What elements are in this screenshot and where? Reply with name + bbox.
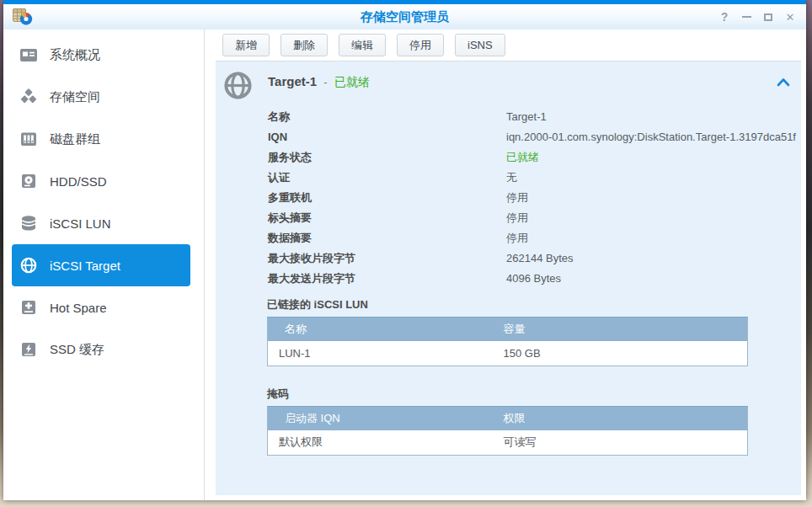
database-icon: [19, 214, 39, 232]
sidebar-item-label: iSCSI LUN: [50, 216, 111, 231]
collapse-chevron-up-icon[interactable]: [777, 75, 790, 90]
detail-label: 认证: [268, 168, 506, 188]
cubes-icon: [19, 88, 39, 106]
window-controls: ? ✕: [717, 4, 798, 29]
sidebar-item-hot-spare[interactable]: Hot Spare: [12, 286, 190, 328]
detail-row-service-status: 服务状态 已就绪: [268, 147, 801, 168]
disk-group-icon: [19, 130, 39, 148]
table-header-row: 名称 容量: [268, 318, 748, 341]
maximize-icon[interactable]: [761, 9, 776, 24]
sidebar-item-ssd-cache[interactable]: SSD 缓存: [12, 328, 190, 371]
detail-row-name: 名称 Target-1: [268, 107, 801, 127]
permission-cell: 可读写: [499, 430, 748, 456]
detail-value: 无: [506, 168, 801, 188]
target-details: 名称 Target-1 IQN iqn.2000-01.com.synology…: [268, 107, 801, 289]
detail-row-max-send-segment: 最大发送片段字节 4096 Bytes: [268, 269, 801, 289]
sidebar-item-label: 存储空间: [50, 89, 100, 105]
detail-label: 最大发送片段字节: [268, 269, 506, 289]
sidebar-item-hdd-ssd[interactable]: HDD/SSD: [12, 160, 190, 202]
initiator-iqn-column-header: 启动器 IQN: [268, 407, 499, 430]
table-row[interactable]: LUN-1 150 GB: [268, 341, 748, 366]
detail-label: IQN: [268, 127, 506, 147]
titlebar[interactable]: 存储空间管理员 ? ✕: [3, 4, 806, 29]
create-button[interactable]: 新增: [222, 34, 270, 56]
detail-row-auth: 认证 无: [268, 168, 801, 188]
main-content: 新增 删除 编辑 停用 iSNS: [205, 29, 806, 500]
minimize-icon[interactable]: [739, 9, 754, 24]
toolbar: 新增 删除 编辑 停用 iSNS: [205, 29, 806, 61]
sidebar-item-label: HDD/SSD: [50, 174, 107, 189]
help-icon[interactable]: ?: [717, 9, 732, 24]
target-name: Target-1: [268, 74, 317, 88]
sidebar-item-disk-group[interactable]: 磁盘群组: [12, 118, 190, 160]
hot-spare-plus-icon: [19, 298, 39, 317]
detail-row-data-digest: 数据摘要 停用: [268, 228, 801, 248]
sidebar-item-iscsi-target[interactable]: iSCSI Target: [12, 244, 190, 286]
detail-label: 数据摘要: [268, 228, 506, 248]
detail-value: 停用: [506, 228, 801, 248]
sidebar: 系统概况 存储空间: [3, 29, 205, 500]
target-globe-icon: [222, 70, 254, 101]
sidebar-item-label: 系统概况: [50, 47, 100, 63]
detail-value: Target-1: [506, 107, 801, 127]
detail-row-iqn: IQN iqn.2000-01.com.synology:DiskStation…: [268, 127, 801, 147]
detail-label: 多重联机: [268, 188, 506, 208]
detail-value: 已就绪: [506, 147, 801, 168]
lun-capacity-column-header: 容量: [499, 318, 748, 341]
detail-label: 标头摘要: [268, 208, 506, 228]
lun-capacity-cell: 150 GB: [499, 341, 748, 366]
disable-button[interactable]: 停用: [397, 34, 444, 56]
initiator-iqn-cell: 默认权限: [268, 430, 499, 456]
detail-row-header-digest: 标头摘要 停用: [268, 208, 801, 228]
sidebar-item-label: iSCSI Target: [50, 259, 120, 273]
overview-card-icon: [19, 45, 39, 64]
detail-value: 停用: [506, 208, 801, 228]
close-icon[interactable]: ✕: [783, 9, 798, 24]
ssd-cache-lightning-icon: [19, 340, 39, 359]
globe-icon: [19, 256, 39, 275]
sidebar-item-iscsi-lun[interactable]: iSCSI LUN: [12, 202, 190, 244]
detail-value: 停用: [506, 188, 801, 208]
sidebar-item-label: SSD 缓存: [50, 342, 104, 358]
hdd-icon: [19, 172, 39, 190]
target-status-badge: 已就绪: [334, 75, 370, 88]
sidebar-item-system-overview[interactable]: 系统概况: [12, 34, 190, 76]
isns-button[interactable]: iSNS: [455, 34, 505, 56]
target-dash: -: [323, 76, 327, 88]
table-row[interactable]: 默认权限 可读写: [268, 430, 748, 456]
edit-button[interactable]: 编辑: [339, 34, 386, 56]
sidebar-item-storage-pool[interactable]: 存储空间: [12, 76, 190, 118]
storage-manager-window: 存储空间管理员 ? ✕ 系统概况: [3, 0, 806, 500]
detail-row-multi-session: 多重联机 停用: [268, 188, 801, 208]
lun-name-column-header: 名称: [268, 318, 499, 341]
detail-label: 服务状态: [268, 147, 506, 168]
detail-label: 最大接收片段字节: [268, 248, 506, 269]
target-header: Target-1 - 已就绪: [216, 61, 801, 101]
sidebar-item-label: 磁盘群组: [50, 131, 100, 147]
window-title: 存储空间管理员: [3, 4, 806, 29]
sidebar-item-label: Hot Spare: [50, 301, 107, 315]
detail-row-max-receive-segment: 最大接收片段字节 262144 Bytes: [268, 248, 801, 269]
mapped-lun-table: 名称 容量 LUN-1 150 GB: [267, 317, 748, 366]
detail-value: 262144 Bytes: [506, 248, 801, 269]
detail-value: iqn.2000-01.com.synology:DiskStation.Tar…: [506, 127, 801, 147]
lun-name-cell: LUN-1: [268, 341, 499, 366]
mask-section-title: 掩码: [267, 387, 801, 401]
mapped-lun-section-title: 已链接的 iSCSI LUN: [267, 297, 801, 312]
permission-column-header: 权限: [499, 407, 748, 430]
detail-value: 4096 Bytes: [506, 269, 801, 289]
table-header-row: 启动器 IQN 权限: [268, 407, 748, 430]
detail-label: 名称: [268, 107, 506, 127]
window-body: 系统概况 存储空间: [3, 29, 806, 500]
mask-table: 启动器 IQN 权限 默认权限 可读写: [267, 406, 748, 456]
delete-button[interactable]: 删除: [280, 34, 328, 56]
target-detail-panel: Target-1 - 已就绪 名称 Target-1 IQN iqn.2000-…: [216, 61, 801, 495]
target-title-line: Target-1 - 已就绪: [268, 74, 370, 101]
